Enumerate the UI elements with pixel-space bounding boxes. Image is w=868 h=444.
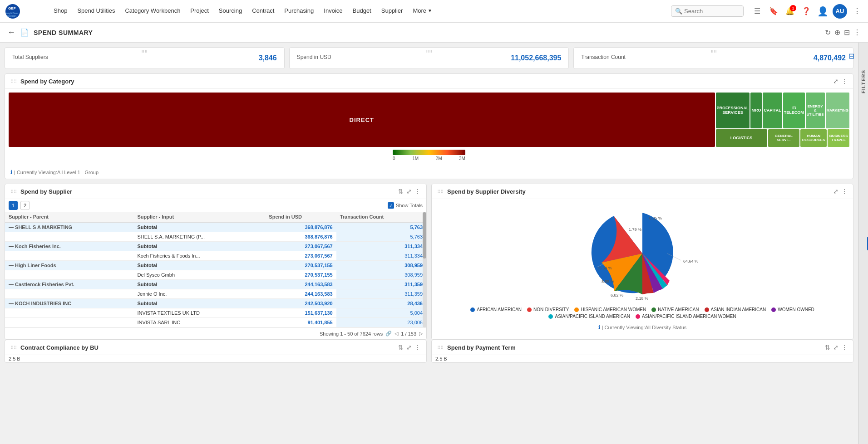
legend-label: AFRICAN AMERICAN — [477, 307, 522, 312]
nav-spend-utilities[interactable]: Spend Utilities — [73, 0, 119, 23]
nav-shop[interactable]: Shop — [49, 0, 72, 23]
treemap-capital[interactable]: CAPITAL — [763, 93, 782, 128]
svg-text:64.64 %: 64.64 % — [683, 259, 698, 263]
page-icon: 📄 — [20, 28, 29, 37]
nav-contract[interactable]: Contract — [247, 0, 279, 23]
user-status-icon[interactable]: 👤 — [816, 5, 829, 18]
treemap-right: PROFESSIONAL SERVICES MRO CAPITAL IT/ TE… — [716, 93, 849, 147]
sort-icon[interactable]: ⇅ — [398, 344, 404, 351]
treemap-top-row: PROFESSIONAL SERVICES MRO CAPITAL IT/ TE… — [716, 93, 849, 128]
filter-view-icon[interactable]: ⊟ — [844, 28, 850, 37]
notification-icon[interactable]: 🔔 1 — [784, 5, 796, 18]
drag-handle[interactable]: ⠿⠿ — [710, 49, 717, 54]
cell-spend: 91,401,855 — [265, 318, 336, 327]
search-input[interactable] — [684, 8, 739, 15]
chevron-down-icon: ▼ — [428, 8, 432, 13]
side-filters-panel: FILTERS ◁ — [858, 43, 868, 444]
global-filter-icon[interactable]: ⊟ — [848, 52, 854, 60]
nav-invoice[interactable]: Invoice — [319, 0, 347, 23]
drag-handle[interactable]: ⠿⠿ — [426, 49, 432, 54]
more-options-icon[interactable]: ⋮ — [841, 344, 848, 351]
treemap-direct[interactable]: DIRECT — [9, 93, 715, 147]
cell-input: SHELL S.A. MARKETING (P... — [133, 232, 265, 242]
nav-supplier[interactable]: Supplier — [377, 0, 408, 23]
add-icon[interactable]: ⊕ — [834, 28, 840, 37]
expand-icon[interactable]: ⤢ — [406, 344, 412, 351]
sort-icon[interactable]: ⇅ — [398, 188, 404, 195]
help-icon[interactable]: ❓ — [800, 5, 813, 18]
prev-page[interactable]: ◁ — [395, 331, 398, 337]
table-row: INVISTA TEXTILES UK LTD 151,637,130 5,00… — [5, 308, 426, 318]
nav-budget[interactable]: Budget — [348, 0, 376, 23]
cell-input: Del Sysco Gmbh — [133, 270, 265, 280]
legend-dot — [705, 307, 709, 312]
next-page[interactable]: ▷ — [419, 331, 423, 337]
pie-legend: AFRICAN AMERICAN NON-DIVERSITY HISPANIC … — [436, 303, 848, 322]
treemap-prof-services[interactable]: PROFESSIONAL SERVICES — [716, 93, 750, 128]
cell-parent — [5, 308, 133, 318]
contract-header: ⠿⠿ Contract Compliance by BU ⇅ ⤢ ⋮ — [5, 340, 426, 355]
treemap-marketing[interactable]: MARKETING — [826, 93, 849, 128]
more-options-icon[interactable]: ⋮ — [851, 5, 863, 18]
cell-parent: — Koch Fisheries Inc. — [5, 242, 133, 251]
svg-text:1.79 %: 1.79 % — [629, 227, 641, 232]
viewing-info: ℹ | Currently Viewing:All Level 1 - Grou… — [5, 167, 853, 179]
table-row: SHELL S.A. MARKETING (P... 368,876,876 5… — [5, 232, 426, 242]
expand-icon[interactable]: ⤢ — [833, 78, 838, 85]
nav-sourcing[interactable]: Sourcing — [214, 0, 247, 23]
more-options-icon[interactable]: ⋮ — [841, 188, 848, 195]
drag-handle[interactable]: ⠿⠿ — [10, 345, 17, 350]
legend-dot — [651, 307, 656, 312]
nav-purchasing[interactable]: Purchasing — [280, 0, 318, 23]
more-options-icon[interactable]: ⋮ — [841, 78, 848, 85]
table-scrollbar[interactable] — [423, 212, 426, 327]
treemap-it-telecom[interactable]: IT/ TELECOM — [783, 93, 805, 128]
legend-labels: 0 1M 2M 3M — [393, 156, 465, 161]
cell-input: Subtotal — [133, 299, 265, 308]
cell-spend: 368,876,876 — [265, 222, 336, 232]
cell-spend: 151,637,130 — [265, 308, 336, 318]
treemap-business-travel[interactable]: BUSINESS TRAVEL — [828, 129, 849, 147]
kebab-menu-icon[interactable]: ⋮ — [853, 28, 861, 37]
pie-container: 64.64 % 15.58 % 8.55 % 6.82 % 2.18 % 1.7… — [432, 199, 853, 338]
treemap-human-resources[interactable]: HUMAN RESOURCES — [800, 129, 827, 147]
tab-button-2[interactable]: 2 — [20, 201, 30, 210]
bottom-row: ⠿⠿ Spend by Supplier ⇅ ⤢ ⋮ 1 2 Show Tota… — [5, 184, 853, 340]
nav-more[interactable]: More ▼ — [408, 0, 437, 23]
nav-project[interactable]: Project — [186, 0, 213, 23]
cell-spend: 270,537,155 — [265, 270, 336, 280]
drag-handle[interactable]: ⠿⠿ — [10, 79, 17, 84]
bookmark-icon[interactable]: 🔖 — [767, 5, 780, 18]
spend-by-diversity-card: ⠿⠿ Spend by Supplier Diversity ⤢ ⋮ — [431, 184, 853, 340]
more-options-icon[interactable]: ⋮ — [414, 344, 421, 351]
treemap-energy[interactable]: ENERGY & UTILITIES — [806, 93, 825, 128]
expand-icon[interactable]: ⤢ — [833, 188, 838, 195]
back-button[interactable]: ← — [7, 28, 15, 37]
expand-icon[interactable]: ⤢ — [833, 344, 838, 351]
drag-handle[interactable]: ⠿⠿ — [141, 49, 148, 54]
legend-label: HISPANIC AMERICAN WOMEN — [581, 307, 646, 312]
refresh-icon[interactable]: ↻ — [825, 28, 831, 37]
treemap-general[interactable]: GENERAL SERVI... — [768, 129, 799, 147]
list-icon[interactable]: ☰ — [751, 5, 764, 18]
tab-button-1[interactable]: 1 — [9, 201, 18, 210]
show-totals-checkbox[interactable] — [388, 202, 394, 209]
diversity-viewing-info: ℹ | Currently Viewing:All Diversity Stat… — [593, 322, 692, 334]
search-box[interactable]: 🔍 — [671, 5, 744, 17]
treemap-logistics[interactable]: LOGISTICS — [716, 129, 767, 147]
drag-handle[interactable]: ⠿⠿ — [437, 345, 444, 350]
drag-handle[interactable]: ⠿⠿ — [437, 189, 444, 194]
nav-category-workbench[interactable]: Category Workbench — [120, 0, 185, 23]
supplier-header: ⠿⠿ Spend by Supplier ⇅ ⤢ ⋮ — [5, 184, 426, 199]
legend-asian-pacific: ASIAN/PACIFIC ISLAND AMERICAN — [548, 314, 630, 319]
treemap-mro[interactable]: MRO — [750, 93, 762, 128]
more-options-icon[interactable]: ⋮ — [414, 188, 421, 195]
cell-spend: 273,067,567 — [265, 242, 336, 251]
drag-handle[interactable]: ⠿⠿ — [10, 189, 17, 194]
kpi-label: Total Suppliers — [12, 54, 277, 60]
legend-label: ASIAN/PACIFIC ISLAND AMERICAN WOMEN — [642, 314, 736, 319]
avatar[interactable]: AU — [833, 4, 847, 19]
sort-icon[interactable]: ⇅ — [825, 344, 830, 351]
app-logo[interactable]: GEP Insight Drives Innovation — [5, 3, 41, 20]
expand-icon[interactable]: ⤢ — [406, 188, 412, 195]
